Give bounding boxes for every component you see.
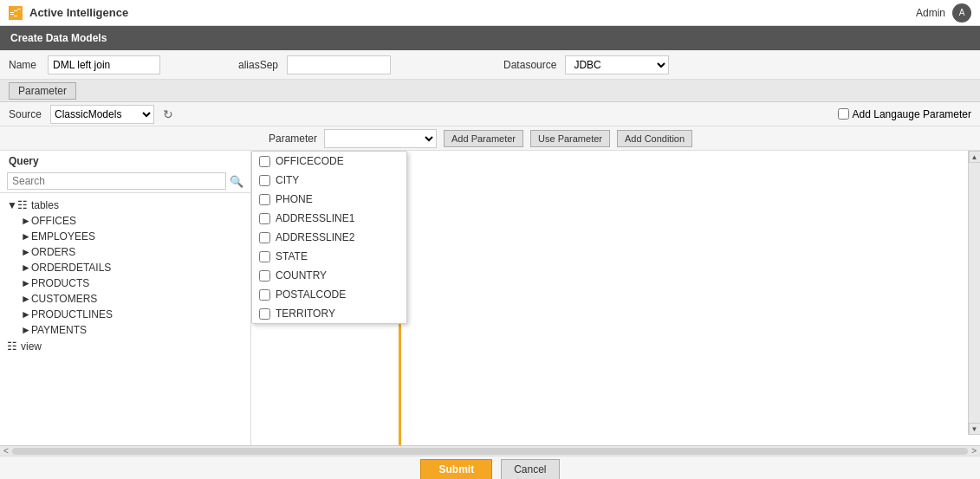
horizontal-scrollbar[interactable]: < > <box>0 445 980 456</box>
tree-collapse-icon: ▼ <box>7 199 17 211</box>
add-language-checkbox-group: Add Langauge Parameter <box>838 108 971 120</box>
col-checkbox-addressline1[interactable] <box>259 213 270 224</box>
tree-expand-icon: ► <box>21 293 31 305</box>
col-label: OFFICECODE <box>276 155 344 167</box>
tree-container: ▼ ☷ tables ► OFFICES ► EMPLOYEES ► ORDER… <box>0 193 250 445</box>
alias-sep-input[interactable] <box>287 55 391 74</box>
page-title-bar: Create Data Models <box>0 26 980 50</box>
tree-expand-icon: ► <box>21 215 31 227</box>
col-item-city[interactable]: CITY <box>252 171 406 190</box>
col-checkbox-state[interactable] <box>259 251 270 262</box>
header-right: Admin A <box>916 3 971 23</box>
refresh-button[interactable]: ↻ <box>163 107 173 121</box>
tree-item-label: PAYMENTS <box>31 324 87 336</box>
query-label: Query <box>0 151 250 170</box>
header-left: Active Intelligence <box>9 6 128 20</box>
tree-item-orders[interactable]: ► ORDERS <box>0 244 250 260</box>
svg-rect-3 <box>10 14 14 15</box>
add-language-label: Add Langauge Parameter <box>853 108 971 120</box>
col-checkbox-country[interactable] <box>259 270 270 282</box>
add-parameter-button[interactable]: Add Parameter <box>444 130 523 147</box>
right-panel: OFFICECODE CITY PHONE ADDRESSLINE1 ADDRE… <box>251 151 980 445</box>
tree-item-label: ORDERDETAILS <box>31 262 111 274</box>
admin-label: Admin <box>916 7 945 19</box>
left-panel: Query 🔍 ▼ ☷ tables ► OFFICES ► EMPLOYEES… <box>0 151 251 445</box>
tree-item-payments[interactable]: ► PAYMENTS <box>0 322 250 338</box>
col-label: TERRITORY <box>276 307 335 320</box>
use-parameter-button[interactable]: Use Parameter <box>530 130 610 147</box>
tree-item-products[interactable]: ► PRODUCTS <box>0 275 250 291</box>
col-item-country[interactable]: COUNTRY <box>252 266 406 285</box>
parameter-tab-button[interactable]: Parameter <box>9 82 76 100</box>
col-item-phone[interactable]: PHONE <box>252 190 406 209</box>
tree-expand-icon: ► <box>21 308 31 320</box>
submit-button[interactable]: Submit <box>420 459 492 480</box>
datasource-select[interactable]: JDBC <box>565 55 669 74</box>
query-section: Query 🔍 ▼ ☷ tables ► OFFICES ► EMPLOYEES… <box>0 151 980 445</box>
add-condition-button[interactable]: Add Condition <box>617 130 692 147</box>
tree-root-tables[interactable]: ▼ ☷ tables <box>0 197 250 213</box>
tree-expand-icon: ► <box>21 277 31 289</box>
tree-expand-icon: ► <box>21 324 31 336</box>
header: Active Intelligence Admin A <box>0 0 980 26</box>
search-input[interactable] <box>7 172 226 190</box>
parameter-section: Parameter <box>0 80 980 102</box>
tree-item-label: PRODUCTLINES <box>31 308 113 320</box>
col-label: COUNTRY <box>276 269 327 282</box>
svg-rect-4 <box>14 16 17 16</box>
tree-item-label: PRODUCTS <box>31 277 89 289</box>
tree-item-offices[interactable]: ► OFFICES <box>0 213 250 229</box>
col-checkbox-postalcode[interactable] <box>259 289 270 301</box>
source-select[interactable]: ClassicModels <box>50 105 154 124</box>
col-checkbox-addressline2[interactable] <box>259 232 270 243</box>
tree-item-label: CUSTOMERS <box>31 293 97 305</box>
bottom-bar: Submit Cancel <box>0 456 980 479</box>
col-item-territory[interactable]: TERRITORY <box>252 304 406 323</box>
tree-item-productlines[interactable]: ► PRODUCTLINES <box>0 307 250 322</box>
name-label: Name <box>9 59 39 71</box>
col-checkbox-phone[interactable] <box>259 194 270 205</box>
view-icon: ☷ <box>7 340 17 353</box>
col-checkbox-officecode[interactable] <box>259 156 270 167</box>
scrollbar-track <box>12 448 968 455</box>
col-item-addressline1[interactable]: ADDRESSLINE1 <box>252 209 406 228</box>
name-input[interactable] <box>48 55 160 74</box>
tree-expand-icon: ► <box>21 246 31 258</box>
scroll-left-button[interactable]: < <box>3 446 12 456</box>
datasource-label: Datasource <box>503 59 556 71</box>
source-row: Source ClassicModels ↻ Add Langauge Para… <box>0 102 980 126</box>
tree-item-employees[interactable]: ► EMPLOYEES <box>0 229 250 244</box>
parameter-select[interactable] <box>324 129 437 148</box>
svg-rect-1 <box>14 10 17 11</box>
scroll-right-button[interactable]: > <box>968 446 977 456</box>
search-box: 🔍 <box>0 170 250 193</box>
parameter-label: Parameter <box>269 133 317 145</box>
tree-item-view[interactable]: ☷ view <box>0 338 250 354</box>
scroll-down-button[interactable]: ▼ <box>969 423 981 435</box>
cancel-button[interactable]: Cancel <box>501 459 559 480</box>
col-item-officecode[interactable]: OFFICECODE <box>252 152 406 171</box>
app-title: Active Intelligence <box>29 6 128 19</box>
view-label: view <box>21 340 42 353</box>
col-checkbox-territory[interactable] <box>259 308 270 320</box>
form-row: Name aliasSep Datasource JDBC <box>0 50 980 80</box>
columns-dropdown: OFFICECODE CITY PHONE ADDRESSLINE1 ADDRE… <box>251 151 407 324</box>
parameter-controls-row: Parameter Add Parameter Use Parameter Ad… <box>0 126 980 151</box>
vertical-scrollbar: ▲ ▼ <box>968 151 980 435</box>
table-icon: ☷ <box>17 198 28 211</box>
col-item-state[interactable]: STATE <box>252 247 406 266</box>
col-item-postalcode[interactable]: POSTALCODE <box>252 285 406 304</box>
tree-item-customers[interactable]: ► CUSTOMERS <box>0 291 250 307</box>
alias-sep-label: aliasSep <box>238 59 278 71</box>
col-item-addressline2[interactable]: ADDRESSLINE2 <box>252 228 406 247</box>
svg-rect-2 <box>17 9 21 10</box>
app-logo-icon <box>9 6 23 20</box>
tree-expand-icon: ► <box>21 230 31 243</box>
col-checkbox-city[interactable] <box>259 175 270 186</box>
search-button[interactable]: 🔍 <box>230 175 243 188</box>
add-language-checkbox[interactable] <box>838 108 849 120</box>
tree-item-orderdetails[interactable]: ► ORDERDETAILS <box>0 260 250 275</box>
col-label: ADDRESSLINE1 <box>276 212 354 224</box>
admin-avatar[interactable]: A <box>952 3 971 23</box>
scroll-up-button[interactable]: ▲ <box>969 151 981 163</box>
